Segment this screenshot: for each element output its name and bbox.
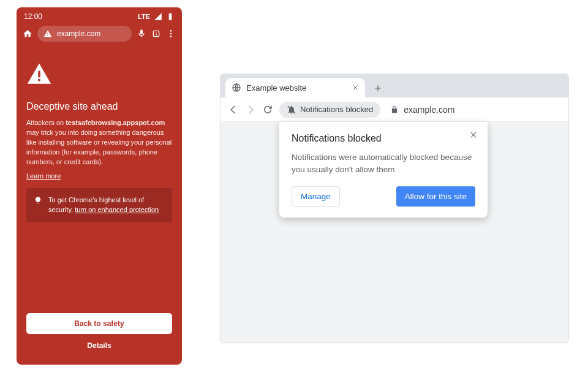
warning-triangle-icon	[26, 61, 172, 89]
status-network: LTE	[138, 13, 150, 20]
notifications-blocked-popup: Notifications blocked Notifications were…	[279, 122, 488, 218]
svg-text:1: 1	[155, 32, 157, 36]
popup-close-button[interactable]	[467, 128, 480, 144]
back-icon[interactable]	[228, 104, 239, 115]
svg-point-4	[170, 36, 172, 37]
popup-title: Notifications blocked	[292, 133, 475, 144]
battery-icon	[166, 12, 175, 21]
close-icon	[469, 131, 478, 139]
chip-label: Notifications blocked	[300, 105, 373, 114]
tab-title: Example website	[246, 83, 306, 93]
svg-point-3	[170, 33, 172, 35]
mic-icon[interactable]	[137, 29, 146, 39]
overflow-menu-icon[interactable]	[166, 29, 176, 39]
tab-strip: Example website	[221, 74, 568, 97]
status-bar: 12:00 LTE	[17, 7, 182, 23]
reload-icon[interactable]	[262, 104, 273, 115]
warning-body: Attackers on testsafebrowsing.appspot.co…	[26, 118, 172, 167]
desktop-browser-window: Example website Notifications blocked ex…	[220, 74, 569, 343]
omnibar-url: example.com	[57, 29, 126, 38]
svg-rect-6	[38, 79, 40, 82]
details-button[interactable]: Details	[26, 334, 172, 352]
manage-button[interactable]: Manage	[292, 186, 340, 207]
bell-off-icon	[287, 105, 296, 115]
new-tab-button[interactable]	[369, 79, 387, 97]
warning-footer: Back to safety Details	[26, 308, 172, 360]
enhanced-protection-tip: To get Chrome's highest level of securit…	[26, 188, 172, 222]
plus-icon	[374, 84, 382, 93]
svg-rect-5	[38, 71, 40, 78]
status-time: 12:00	[24, 12, 42, 21]
svg-point-2	[170, 30, 172, 32]
browser-tab[interactable]: Example website	[225, 78, 365, 97]
browser-toolbar: Notifications blocked example.com	[221, 97, 568, 122]
notifications-blocked-chip[interactable]: Notifications blocked	[279, 102, 380, 118]
home-icon[interactable]	[23, 29, 32, 39]
mobile-browser-screen: 12:00 LTE example.com 1 Deceptive site a…	[17, 7, 182, 365]
close-tab-icon[interactable]	[352, 84, 359, 91]
allow-for-site-button[interactable]: Allow for this site	[396, 186, 475, 207]
warning-icon	[43, 29, 52, 38]
forward-icon[interactable]	[245, 104, 256, 115]
warning-content: Deceptive site ahead Attackers on testsa…	[17, 48, 182, 365]
enhanced-protection-link[interactable]: turn on enhanced protection	[75, 206, 159, 213]
tabs-icon[interactable]: 1	[151, 29, 161, 39]
lock-icon	[390, 105, 399, 114]
globe-icon	[232, 83, 241, 93]
address-url: example.com	[404, 105, 454, 115]
popup-body: Notifications were automatically blocked…	[292, 151, 475, 175]
omnibar-url-field[interactable]: example.com	[37, 26, 132, 42]
lightbulb-icon	[34, 196, 42, 205]
browser-viewport: Notifications blocked Notifications were…	[221, 122, 568, 343]
warning-title: Deceptive site ahead	[26, 101, 172, 112]
back-to-safety-button[interactable]: Back to safety	[26, 313, 172, 334]
signal-icon	[154, 12, 162, 21]
learn-more-link[interactable]: Learn more	[26, 172, 172, 180]
address-bar[interactable]: example.com	[390, 105, 454, 115]
omnibar: example.com 1	[17, 23, 182, 48]
